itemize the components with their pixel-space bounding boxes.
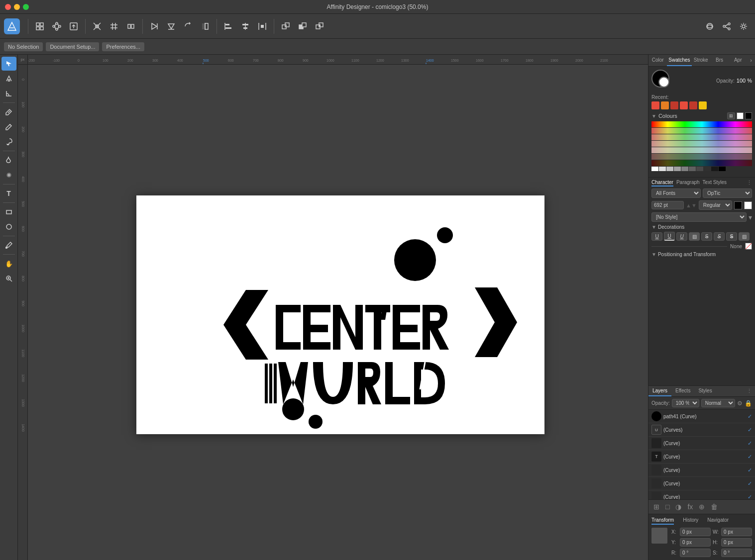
canvas-viewport[interactable] [33,70,648,560]
font-size-input[interactable] [651,201,684,209]
strikethrough3-btn[interactable]: S [726,232,737,241]
style-down-arrow[interactable]: ▾ [749,213,752,221]
boolean-add-btn[interactable] [278,18,293,35]
recent-swatch-1[interactable] [651,101,659,109]
boolean-sub-btn[interactable] [295,18,310,35]
align-center-btn[interactable] [238,18,253,35]
layer-item-2[interactable]: U (Curves) ✓ [648,423,755,437]
colours-section-header[interactable]: ▼ Colours ⊞ [651,112,752,119]
highlight2-btn[interactable]: ▨ [739,232,750,241]
text-bg-swatch[interactable] [744,201,752,209]
close-button[interactable] [5,4,11,10]
font-filter-select[interactable]: All Fonts [651,188,701,198]
tab-swatches[interactable]: Swatches [667,55,691,66]
tab-stroke[interactable]: Stroke [692,55,710,66]
panel-tabs-more[interactable]: › [747,55,755,66]
flip-h-btn[interactable] [147,18,162,35]
layers-group-btn[interactable]: □ [663,502,671,512]
settings-btn[interactable] [736,18,751,35]
zoom-tool-btn[interactable] [1,272,16,285]
color-swatches-container[interactable] [651,70,673,92]
layers-fx-btn[interactable]: fx [685,502,695,512]
layer-item-4[interactable]: T (Curve) ✓ [648,450,755,464]
y-input[interactable]: 0 px [680,538,711,547]
colour-black-swatch[interactable] [745,112,752,119]
hand-tool-btn[interactable]: ✋ [1,257,16,271]
layers-panel-icon[interactable]: ⊞ [651,502,661,512]
boolean-intersect-btn[interactable] [312,18,327,35]
preferences-btn[interactable]: Preferences... [102,42,144,51]
snapping-btn[interactable] [90,18,105,35]
strikethrough-btn[interactable]: S [701,232,712,241]
recent-swatch-2[interactable] [661,101,669,109]
shape-circle-btn[interactable] [1,220,16,234]
tab-paragraph[interactable]: Paragraph [676,180,700,187]
maximize-button[interactable] [23,4,29,10]
h-input[interactable]: 0 px [721,538,752,547]
tab-text-styles[interactable]: Text Styles [703,180,727,187]
distribute-btn[interactable] [255,18,270,35]
layers-adjustment-btn[interactable]: ⊕ [697,502,707,512]
recent-swatch-5[interactable] [689,101,697,109]
tab-history[interactable]: History [683,517,698,525]
transform-rotate-btn[interactable] [181,18,196,35]
tab-styles[interactable]: Styles [694,386,716,396]
colour-white-swatch[interactable] [737,112,744,119]
move-tool-btn[interactable] [1,57,16,71]
flip-v-btn[interactable] [164,18,179,35]
pixel-mode-btn[interactable] [32,18,47,35]
no-selection-btn[interactable]: No Selection [4,42,43,51]
layer-item-6[interactable]: (Curve) ✓ [648,477,755,490]
view-toggle-btn[interactable] [702,18,717,35]
document-setup-btn[interactable]: Document Setup... [46,42,99,51]
tab-character[interactable]: Character [651,180,673,187]
text-style-select[interactable]: [No Style] [651,212,747,222]
text-tool-btn[interactable]: T [1,187,16,200]
text-color-swatch[interactable] [734,201,742,209]
grid-btn[interactable] [107,18,121,35]
layers-lock-btn[interactable]: 🔒 [745,400,752,407]
decorations-header[interactable]: ▼ Decorations [651,224,752,230]
tab-color[interactable]: Color [648,55,667,66]
align-left-btn[interactable] [221,18,236,35]
mirror-btn[interactable] [198,18,213,35]
pen-tool-btn[interactable] [1,105,16,119]
strikethrough2-btn[interactable]: S [714,232,725,241]
underline-btn[interactable]: U [651,232,662,241]
minimize-button[interactable] [14,4,20,10]
recent-swatch-3[interactable] [670,101,678,109]
tab-brs[interactable]: Brs [710,55,729,66]
layers-mask-btn[interactable]: ◑ [673,502,683,512]
char-panel-more[interactable]: ⋮ [747,180,752,187]
layers-delete-btn[interactable]: 🗑 [709,502,720,512]
none-swatch[interactable] [745,243,752,250]
colour-grid-btn[interactable]: ⊞ [727,112,735,119]
positioning-header[interactable]: ▼ Positioning and Transform [651,252,752,257]
s-input[interactable]: 0 ° [721,549,752,557]
view-btn[interactable] [123,18,138,35]
r-input[interactable]: 0 ° [680,549,711,557]
tab-navigator[interactable]: Navigator [707,517,729,525]
layers-settings-btn[interactable]: ⚙ [737,400,743,407]
vector-mode-btn[interactable] [49,18,64,35]
color-grid[interactable] [651,121,752,171]
layers-more[interactable]: ⋮ [744,386,755,396]
share-btn[interactable] [719,18,734,35]
canvas-area[interactable]: px -200 -100 0 100 200 300 400 500 600 7… [18,55,648,560]
shape-rect-btn[interactable] [1,205,16,219]
eyedropper-btn[interactable] [1,238,16,252]
tab-apr[interactable]: Apr [729,55,747,66]
w-input[interactable]: 0 px [721,528,752,536]
x-input[interactable]: 0 px [680,528,711,536]
highlight-btn[interactable]: ▨ [689,232,700,241]
font-style-select[interactable]: Regular [699,200,732,210]
layers-blend-select[interactable]: Normal [701,399,735,407]
fill-tool-btn[interactable] [1,153,16,167]
layer-item-1[interactable]: path41 (Curve) ✓ [648,410,755,423]
recent-swatch-4[interactable] [680,101,688,109]
node-tool-btn[interactable] [1,72,16,86]
layer-item-3[interactable]: (Curve) ✓ [648,437,755,450]
brush-tool-btn[interactable] [1,135,16,149]
pencil-tool-btn[interactable] [1,120,16,134]
layer-item-7[interactable]: (Curve) ✓ [648,490,755,499]
